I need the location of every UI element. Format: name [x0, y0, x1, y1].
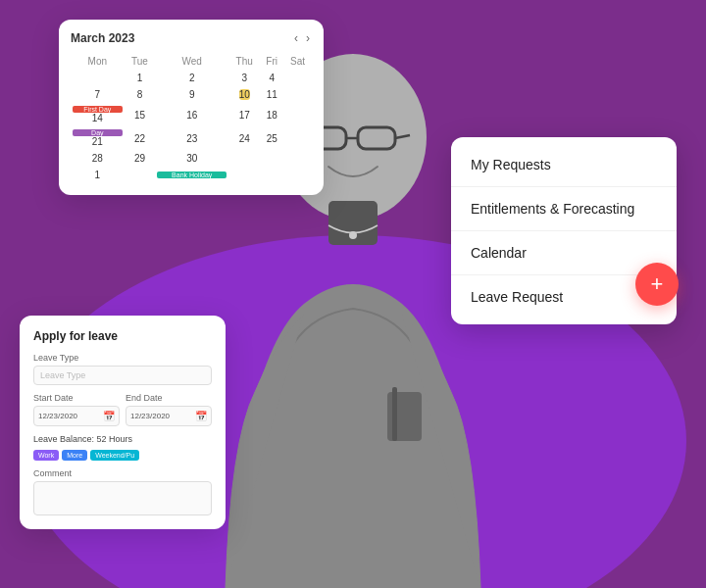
calendar-day-mon: Mon: [71, 53, 125, 70]
calendar-day-tue: Tue: [125, 53, 156, 70]
calendar-day-sat: Sat: [283, 53, 312, 70]
calendar-cell: 18: [260, 103, 283, 126]
start-date-field: Start Date 12/23/2020 📅: [33, 393, 120, 426]
calendar-tag-purple: Day: [73, 129, 123, 136]
calendar-cell: [125, 167, 156, 183]
table-row: 28 29 30: [71, 150, 312, 167]
leave-balance: Leave Balance: 52 Hours: [33, 434, 212, 444]
calendar-cell: 11: [260, 86, 283, 103]
calendar-grid: Mon Tue Wed Thu Fri Sat 1 2 3 4 7 8 9 10: [71, 53, 312, 183]
end-date-field: End Date 12/23/2020 📅: [126, 393, 212, 426]
svg-rect-8: [392, 387, 397, 441]
calendar-next-button[interactable]: ›: [304, 31, 312, 45]
calendar-cell: 7: [71, 86, 125, 103]
calendar-tag-green: Bank Holiday: [157, 172, 227, 178]
calendar-cell: 1: [125, 70, 156, 86]
calendar-day-wed: Wed: [155, 53, 228, 70]
menu-item-entitlements[interactable]: Entitlements & Forecasting: [451, 187, 677, 231]
calendar-cell: Bank Holiday: [155, 167, 228, 183]
table-row: 1 2 3 4: [71, 70, 312, 86]
leave-application-widget: Apply for leave Leave Type Leave Type St…: [20, 316, 226, 529]
calendar-cell: 30: [155, 150, 228, 167]
calendar-navigation: ‹ ›: [292, 31, 312, 45]
start-date-label: Start Date: [33, 393, 120, 403]
calendar-cell: [260, 150, 283, 167]
table-row: Day 21 22 23 24 25: [71, 126, 312, 150]
comment-input[interactable]: [33, 481, 212, 515]
calendar-cell: 9: [155, 86, 228, 103]
calendar-cell: [260, 167, 283, 183]
calendar-widget: March 2023 ‹ › Mon Tue Wed Thu Fri Sat 1…: [59, 20, 324, 195]
calendar-cell: 10: [228, 86, 260, 103]
leave-tag-work[interactable]: Work: [33, 450, 59, 461]
leave-tags-container: Work More Weekend/Pu: [33, 450, 212, 461]
leave-form-title: Apply for leave: [33, 329, 212, 343]
calendar-cell: [283, 103, 312, 126]
calendar-title: March 2023: [71, 31, 134, 45]
leave-tag-more[interactable]: More: [62, 450, 87, 461]
calendar-cell: 23: [155, 126, 228, 150]
end-date-label: End Date: [126, 393, 212, 403]
calendar-cell: 3: [228, 70, 260, 86]
table-row: First Day 14 15 16 17 18: [71, 103, 312, 126]
calendar-icon: 📅: [195, 411, 207, 421]
calendar-cell: 25: [260, 126, 283, 150]
calendar-cell: 4: [260, 70, 283, 86]
calendar-highlighted-cell: 10: [239, 89, 250, 100]
calendar-cell: [228, 167, 260, 183]
calendar-cell: Day 21: [71, 126, 125, 150]
table-row: 1 Bank Holiday: [71, 167, 312, 183]
calendar-cell: 29: [125, 150, 156, 167]
calendar-day-fri: Fri: [260, 53, 283, 70]
calendar-cell: [283, 70, 312, 86]
calendar-cell: 15: [125, 103, 156, 126]
menu-item-my-requests[interactable]: My Requests: [451, 143, 677, 187]
calendar-cell: 8: [125, 86, 156, 103]
calendar-cell: 2: [155, 70, 228, 86]
start-date-input[interactable]: 12/23/2020 📅: [33, 406, 120, 426]
calendar-prev-button[interactable]: ‹: [292, 31, 300, 45]
calendar-cell: [228, 150, 260, 167]
comment-label: Comment: [33, 468, 212, 478]
calendar-cell: 1: [71, 167, 125, 183]
calendar-cell: 22: [125, 126, 156, 150]
calendar-cell: [283, 167, 312, 183]
calendar-cell: 16: [155, 103, 228, 126]
calendar-cell: 28: [71, 150, 125, 167]
calendar-cell: [71, 70, 125, 86]
leave-type-label: Leave Type: [33, 353, 212, 363]
calendar-cell: 17: [228, 103, 260, 126]
leave-dates-container: Start Date 12/23/2020 📅 End Date 12/23/2…: [33, 393, 212, 426]
calendar-cell: [283, 126, 312, 150]
calendar-cell: [283, 86, 312, 103]
table-row: 7 8 9 10 11: [71, 86, 312, 103]
calendar-icon: 📅: [103, 411, 115, 421]
leave-tag-weekend[interactable]: Weekend/Pu: [90, 450, 139, 461]
plus-icon: +: [651, 273, 664, 295]
plus-button[interactable]: +: [635, 263, 679, 306]
calendar-cell: [283, 150, 312, 167]
calendar-tag: First Day: [73, 106, 123, 113]
calendar-day-thu: Thu: [228, 53, 260, 70]
calendar-cell: 24: [228, 126, 260, 150]
leave-type-input[interactable]: Leave Type: [33, 366, 212, 385]
calendar-cell: First Day 14: [71, 103, 125, 126]
end-date-input[interactable]: 12/23/2020 📅: [126, 406, 212, 426]
